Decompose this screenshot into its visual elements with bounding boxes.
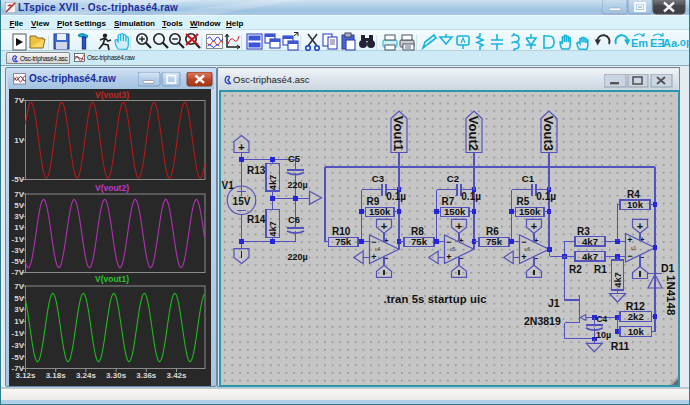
svg-text:u6: u6 (525, 246, 531, 252)
svg-text:u1: u1 (631, 245, 637, 251)
svg-text:−: − (371, 237, 376, 247)
svg-text:D1: D1 (661, 262, 675, 274)
svg-text:0.1µ: 0.1µ (386, 191, 406, 202)
svg-text:R11: R11 (611, 340, 630, 352)
svg-text:-1V: -1V (12, 235, 25, 244)
svg-text:150k: 150k (444, 206, 466, 217)
svg-text:+: + (521, 252, 526, 262)
svg-text:3.42s: 3.42s (166, 371, 187, 380)
svg-text:R3: R3 (577, 226, 590, 237)
svg-text:2N3819: 2N3819 (524, 315, 561, 327)
svg-text:C6: C6 (288, 214, 300, 225)
svg-text:1V: 1V (14, 317, 24, 326)
svg-text:Vout1: Vout1 (391, 116, 406, 151)
svg-text:C1: C1 (522, 173, 535, 184)
svg-text:−: − (446, 237, 451, 247)
svg-text:220µ: 220µ (288, 180, 308, 190)
svg-text:3.12s: 3.12s (16, 371, 37, 380)
svg-text:150k: 150k (519, 206, 541, 217)
svg-text:Vout3: Vout3 (541, 116, 556, 151)
svg-text:R8: R8 (411, 226, 424, 237)
svg-text:+: + (456, 220, 462, 232)
svg-text:+: + (627, 235, 632, 245)
svg-text:R9: R9 (367, 196, 380, 207)
svg-text:3.36s: 3.36s (136, 371, 157, 380)
svg-text:75k: 75k (411, 236, 428, 247)
svg-text:R6: R6 (486, 226, 499, 237)
svg-text:R14: R14 (247, 214, 266, 225)
svg-text:V(vout1): V(vout1) (95, 274, 129, 284)
svg-text:3.18s: 3.18s (46, 371, 67, 380)
svg-text:+: + (446, 252, 451, 262)
svg-text:V(vout2): V(vout2) (95, 183, 129, 193)
svg-text:5V: 5V (14, 294, 24, 303)
svg-text:R4: R4 (627, 189, 640, 200)
svg-text:150k: 150k (369, 206, 391, 217)
svg-text:220µ: 220µ (288, 252, 308, 262)
svg-text:4k7: 4k7 (612, 272, 623, 288)
svg-text:R12: R12 (626, 300, 645, 312)
svg-text:7V: 7V (14, 96, 24, 105)
svg-text:5V: 5V (14, 201, 24, 210)
svg-text:V1: V1 (222, 180, 235, 191)
svg-text:4k7: 4k7 (267, 221, 278, 237)
svg-text:75k: 75k (486, 236, 503, 247)
svg-text:-1V: -1V (12, 329, 25, 338)
svg-text:3.24s: 3.24s (76, 371, 97, 380)
svg-text:7V: 7V (14, 190, 24, 199)
svg-text:V(vout3): V(vout3) (95, 90, 129, 100)
svg-text:Aa: Aa (663, 37, 678, 49)
svg-text:4k7: 4k7 (267, 175, 278, 191)
svg-text:u5: u5 (450, 246, 456, 252)
svg-text:R7: R7 (442, 196, 455, 207)
svg-text:R13: R13 (247, 165, 266, 176)
svg-text:0.1µ: 0.1µ (461, 191, 481, 202)
svg-text:10k: 10k (627, 199, 644, 210)
svg-text:-3V: -3V (12, 246, 25, 255)
svg-text:-3V: -3V (12, 341, 25, 350)
svg-text:1V: 1V (14, 223, 24, 232)
svg-text:1N4148: 1N4148 (665, 275, 677, 316)
svg-text:C3: C3 (372, 173, 384, 184)
svg-text:-7V: -7V (12, 268, 25, 277)
svg-text:R2: R2 (569, 264, 582, 275)
svg-text:2k2: 2k2 (628, 311, 644, 322)
svg-text:+: + (531, 220, 537, 232)
svg-text:+: + (381, 220, 387, 232)
svg-text:15V: 15V (233, 196, 251, 207)
svg-text:.tran 5s startup uic: .tran 5s startup uic (384, 293, 487, 305)
svg-text:3.30s: 3.30s (106, 371, 127, 380)
svg-text:4k7: 4k7 (582, 251, 598, 262)
svg-text:10µ: 10µ (596, 330, 611, 340)
svg-text:u4: u4 (375, 246, 381, 252)
svg-text:C5: C5 (288, 153, 300, 164)
svg-text:7V: 7V (14, 282, 24, 291)
svg-text:3V: 3V (14, 212, 24, 221)
svg-text:−: − (627, 251, 632, 261)
svg-text:R1: R1 (594, 264, 607, 275)
svg-text:75k: 75k (335, 236, 352, 247)
svg-text:-5V: -5V (12, 175, 25, 184)
svg-text:C2: C2 (447, 173, 459, 184)
svg-text:.op: .op (677, 37, 690, 48)
svg-text:4k7: 4k7 (582, 236, 598, 247)
svg-text:+: + (371, 252, 376, 262)
svg-text:Vout2: Vout2 (466, 116, 481, 151)
svg-text:R10: R10 (332, 226, 351, 237)
svg-text:-5V: -5V (12, 257, 25, 266)
svg-text:J1: J1 (548, 297, 560, 309)
svg-text:R5: R5 (517, 196, 530, 207)
svg-text:1V: 1V (14, 136, 24, 145)
svg-text:3V: 3V (14, 305, 24, 314)
svg-text:-5V: -5V (12, 353, 25, 362)
svg-text:Em: Em (631, 37, 648, 49)
svg-text:−: − (521, 237, 526, 247)
svg-text:0.1µ: 0.1µ (536, 191, 556, 202)
svg-text:+: + (238, 141, 244, 153)
svg-text:C4: C4 (597, 314, 608, 324)
svg-text:10k: 10k (628, 326, 645, 337)
svg-text:+: + (637, 220, 643, 232)
